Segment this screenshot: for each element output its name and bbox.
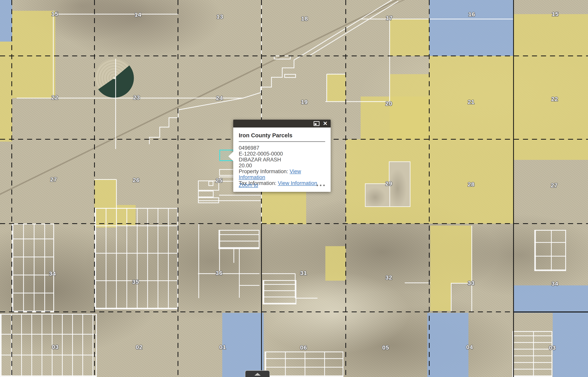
section-number-label: 23 [133, 94, 140, 101]
popup-divider [239, 141, 325, 142]
section-number-label: 34 [49, 270, 56, 277]
section-number-label: 19 [301, 99, 308, 105]
section-number-label: 33 [468, 280, 475, 286]
parcel-number-value: E-1202-0005-0000 [239, 151, 325, 157]
popup-title: Iron County Parcels [239, 132, 325, 139]
owner-name-value: DIBAZAR ARASH [239, 157, 325, 163]
section-number-label: 17 [386, 15, 393, 21]
property-info-label: Property Information: [239, 168, 288, 174]
section-number-label: 22 [51, 94, 58, 101]
section-number-label: 34 [551, 280, 558, 287]
chevron-up-icon [254, 373, 261, 376]
section-number-label: 31 [300, 270, 307, 276]
section-number-label: 03 [52, 344, 59, 350]
section-number-label: 16 [468, 11, 475, 18]
parcel-info-popup: ✕ Iron County Parcels 0496987 E-1202-000… [233, 120, 331, 192]
section-number-label: 05 [382, 344, 389, 351]
section-number-label: 27 [551, 182, 558, 189]
section-number-label: 21 [468, 99, 475, 105]
attribution-expander-button[interactable] [245, 370, 270, 377]
section-number-label: 22 [551, 96, 558, 102]
section-number-label: 25 [215, 177, 223, 184]
section-number-label: 04 [466, 344, 473, 351]
acreage-value: 20.00 [239, 163, 325, 168]
parcel-id-value: 0496987 [239, 145, 325, 151]
section-number-label: 20 [385, 100, 392, 107]
section-number-label: 26 [133, 177, 140, 183]
map-canvas[interactable]: 1514131817161522232419202122272625292827… [0, 0, 588, 377]
property-info-row: Property Information: View Information [239, 168, 325, 180]
close-icon[interactable]: ✕ [323, 121, 328, 126]
section-number-label: 36 [215, 270, 223, 276]
popup-callout-arrow [228, 152, 233, 161]
dock-icon-fill [315, 123, 317, 125]
section-number-label: 35 [132, 279, 139, 285]
popup-header: ✕ [233, 120, 331, 128]
section-number-label: 28 [468, 181, 475, 188]
section-number-label: 06 [300, 344, 307, 351]
section-number-label: 29 [385, 180, 392, 187]
section-number-label: 02 [136, 344, 143, 351]
section-number-label: 03 [549, 344, 556, 351]
zoom-to-link[interactable]: Zoom to [239, 182, 258, 188]
section-number-label: 32 [385, 274, 392, 281]
section-number-label: 13 [216, 13, 223, 20]
popup-body: Iron County Parcels 0496987 E-1202-0005-… [233, 128, 331, 189]
dock-icon[interactable] [314, 121, 319, 126]
section-number-label: 27 [50, 176, 57, 183]
section-number-label: 14 [135, 11, 141, 18]
popup-footer: Zoom to [239, 182, 325, 188]
section-number-label: 24 [216, 95, 223, 101]
section-number-label: 18 [301, 15, 308, 22]
section-number-label: 15 [552, 11, 559, 17]
section-number-label: 01 [219, 344, 226, 351]
options-icon[interactable] [316, 183, 325, 187]
section-number-label: 15 [51, 11, 58, 17]
